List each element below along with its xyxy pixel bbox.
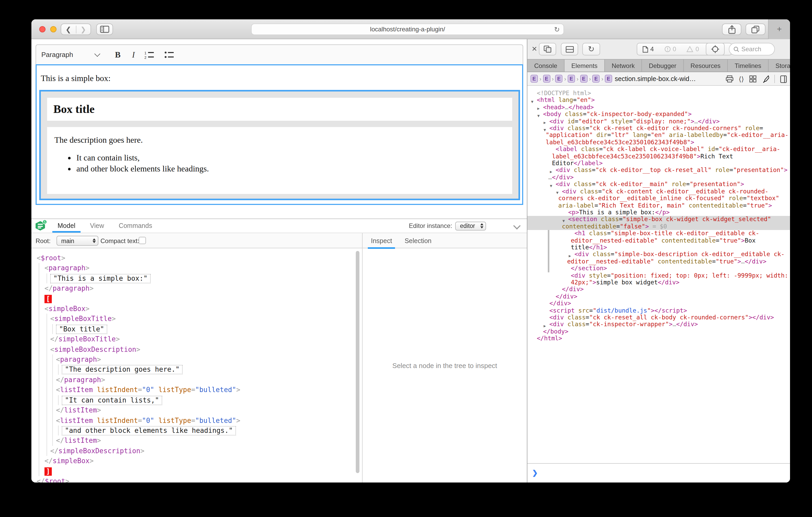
brush-icon[interactable] bbox=[762, 75, 769, 83]
dom-tree-line[interactable]: "application" dir="ltr" lang="en" aria-l… bbox=[527, 132, 790, 139]
model-tree-line[interactable]: <simpleBox> bbox=[31, 304, 362, 314]
model-tree-line[interactable]: <$root> bbox=[31, 253, 362, 263]
close-devtools-button[interactable]: ✕ bbox=[531, 45, 537, 53]
back-button[interactable]: ❮ bbox=[61, 25, 76, 33]
element-picker-button[interactable] bbox=[706, 43, 725, 55]
detach-devtools-button[interactable] bbox=[539, 43, 556, 55]
quick-console[interactable]: ❯ bbox=[527, 463, 790, 483]
ckeditor-editable[interactable]: This is a simple box: Box title The desc… bbox=[36, 64, 523, 205]
model-tree-line[interactable]: "and other block elements like headings.… bbox=[31, 426, 362, 436]
dom-tree-line[interactable]: …</div> bbox=[527, 174, 790, 181]
close-window-button[interactable] bbox=[39, 26, 46, 32]
italic-button[interactable]: I bbox=[132, 50, 135, 59]
intro-paragraph[interactable]: This is a simple box: bbox=[41, 74, 111, 83]
breadcrumb-element-badge[interactable]: E bbox=[580, 75, 587, 83]
devtools-tab-Network[interactable]: Network bbox=[605, 60, 642, 71]
model-tree-scrollbar[interactable] bbox=[356, 251, 359, 473]
breadcrumb-element-badge[interactable]: E bbox=[555, 75, 563, 83]
forward-button[interactable]: ❯ bbox=[76, 25, 90, 33]
devtools-tab-Debugger[interactable]: Debugger bbox=[642, 60, 684, 71]
breadcrumb-element-badge[interactable]: E bbox=[605, 75, 612, 83]
dom-tree-line[interactable]: <h1 class="simple-box-title ck-editor__e… bbox=[527, 230, 790, 237]
tab-overview-button[interactable] bbox=[746, 24, 765, 35]
dom-tree-line[interactable]: ▼<body class="ck-inspector-body-expanded… bbox=[527, 111, 790, 118]
model-tree-line[interactable]: </paragraph> bbox=[31, 375, 362, 385]
dom-tree-line[interactable]: ▶<div class="ck-inspector-wrapper">…</di… bbox=[527, 321, 790, 328]
tab-commands[interactable]: Commands bbox=[111, 219, 160, 233]
tab-selection[interactable]: Selection bbox=[399, 233, 438, 249]
dom-tree-line[interactable]: <!DOCTYPE html> bbox=[527, 90, 790, 97]
model-tree-line[interactable]: </simpleBox> bbox=[31, 456, 362, 466]
devtools-tab-Resources[interactable]: Resources bbox=[684, 60, 728, 71]
dom-tree-line[interactable]: <div class="ck ck-reset_all ck-body ck-r… bbox=[527, 314, 790, 321]
dom-tree-line[interactable]: ▼<section class="simple-box ck-widget ck… bbox=[527, 216, 790, 223]
dom-tree-line[interactable]: editor__nested-editable" contenteditable… bbox=[527, 258, 790, 265]
dom-tree-line[interactable]: Editor</label> bbox=[527, 160, 790, 167]
tab-inspect[interactable]: Inspect bbox=[365, 233, 399, 249]
editor-instance-select[interactable]: editor bbox=[455, 221, 486, 230]
model-tree-line[interactable]: </paragraph> bbox=[31, 283, 362, 294]
new-tab-button[interactable]: + bbox=[768, 19, 790, 39]
bold-button[interactable]: B bbox=[115, 50, 120, 59]
model-tree-line[interactable]: </simpleBoxTitle> bbox=[31, 334, 362, 344]
dom-tree-line[interactable]: ▼<div class="ck ck-reset ck-editor ck-ro… bbox=[527, 125, 790, 132]
model-tree-line[interactable]: <simpleBoxTitle> bbox=[31, 314, 362, 324]
printer-icon[interactable] bbox=[726, 75, 733, 83]
devtools-tab-Timelines[interactable]: Timelines bbox=[728, 60, 768, 71]
model-tree-line[interactable]: ] bbox=[31, 466, 362, 476]
dom-tree-line[interactable]: aria-label="Rich Text Editor, main" cont… bbox=[527, 202, 790, 209]
dom-tree-line[interactable]: label_e63cbbfece34c53ce23501062343f49b8"… bbox=[527, 139, 790, 146]
devtools-tab-Console[interactable]: Console bbox=[527, 60, 564, 71]
model-tree-line[interactable]: </listItem> bbox=[31, 436, 362, 446]
breadcrumb-element-badge[interactable]: E bbox=[543, 75, 550, 83]
devtools-tab-Storage[interactable]: Storage bbox=[768, 60, 790, 71]
dom-tree-line[interactable]: </html> bbox=[527, 335, 790, 342]
dom-tree-line[interactable]: <script src="dist/bundle.js"></script> bbox=[527, 307, 790, 314]
dom-tree-line[interactable]: editor__nested-editable" contenteditable… bbox=[527, 237, 790, 244]
dock-devtools-button[interactable] bbox=[561, 43, 578, 55]
dom-tree-line[interactable]: 42px;">simple box widget</div> bbox=[527, 279, 790, 286]
list-item[interactable]: and other block elements like headings. bbox=[77, 164, 512, 174]
simple-box-widget[interactable]: Box title The description goes here. It … bbox=[39, 90, 520, 200]
dom-tree-line[interactable]: corners ck-editor__editable_inline ck-fo… bbox=[527, 195, 790, 202]
model-tree-line[interactable]: <paragraph> bbox=[31, 263, 362, 273]
simple-box-description[interactable]: The description goes here. It can contai… bbox=[47, 127, 512, 194]
dom-tree-line[interactable]: contenteditable="false"> = $0 bbox=[527, 223, 790, 230]
model-tree-line[interactable]: </$root> bbox=[31, 476, 362, 483]
breadcrumb-current-label[interactable]: section.simple-box.ck-wid… bbox=[615, 75, 696, 82]
model-tree-line[interactable]: <listItem listIndent="0" listType="bulle… bbox=[31, 385, 362, 395]
numbered-list-button[interactable]: 12 bbox=[144, 51, 154, 59]
model-tree-line[interactable]: "It can contain lists," bbox=[31, 395, 362, 405]
reload-icon[interactable]: ↻ bbox=[554, 25, 560, 33]
dom-tree-line[interactable]: ▶<head>…</head> bbox=[527, 104, 790, 111]
dom-tree-line[interactable]: ▶<div class="simple-box-description ck-e… bbox=[527, 251, 790, 258]
description-paragraph[interactable]: The description goes here. bbox=[54, 135, 512, 145]
code-brackets-icon[interactable]: ⟨⟩ bbox=[739, 75, 744, 83]
dom-tree-line[interactable]: </body> bbox=[527, 328, 790, 335]
dom-tree-line[interactable]: <div style="position: fixed; top: 0px; l… bbox=[527, 272, 790, 279]
dom-tree-line[interactable]: </div> bbox=[527, 286, 790, 293]
model-tree-line[interactable]: "The description goes here." bbox=[31, 365, 362, 375]
reload-page-button[interactable]: ↻ bbox=[582, 43, 600, 55]
grid-icon[interactable] bbox=[749, 75, 757, 83]
tab-model[interactable]: Model bbox=[50, 219, 83, 233]
dom-tree-line[interactable]: </div> bbox=[527, 300, 790, 307]
model-tree-line[interactable]: <paragraph> bbox=[31, 355, 362, 365]
compact-text-checkbox[interactable] bbox=[139, 237, 146, 244]
root-select[interactable]: main bbox=[57, 236, 98, 246]
dom-tree-line[interactable]: ▶<div class="ck ck-editor__top ck-reset_… bbox=[527, 167, 790, 174]
breadcrumb-element-badge[interactable]: E bbox=[568, 75, 575, 83]
breadcrumb-element-badge[interactable]: E bbox=[530, 75, 538, 83]
devtools-tab-Elements[interactable]: Elements bbox=[564, 60, 605, 71]
list-item[interactable]: It can contain lists, bbox=[77, 153, 512, 162]
devtools-search-input[interactable]: Search bbox=[729, 43, 775, 55]
dom-tree-line[interactable]: ▼<div class="ck ck-editor__main" role="p… bbox=[527, 181, 790, 188]
tab-view[interactable]: View bbox=[83, 219, 111, 233]
dom-tree-line[interactable]: </section> bbox=[527, 265, 790, 272]
dom-tree-line[interactable]: </div> bbox=[527, 293, 790, 300]
dom-tree-line[interactable]: title</h1> bbox=[527, 244, 790, 251]
model-tree-line[interactable]: <listItem listIndent="0" listType="bulle… bbox=[31, 415, 362, 426]
collapse-inspector-icon[interactable] bbox=[513, 222, 521, 230]
model-tree-line[interactable]: "This is a simple box:" bbox=[31, 273, 362, 283]
panel-toggle-icon[interactable] bbox=[780, 75, 787, 83]
